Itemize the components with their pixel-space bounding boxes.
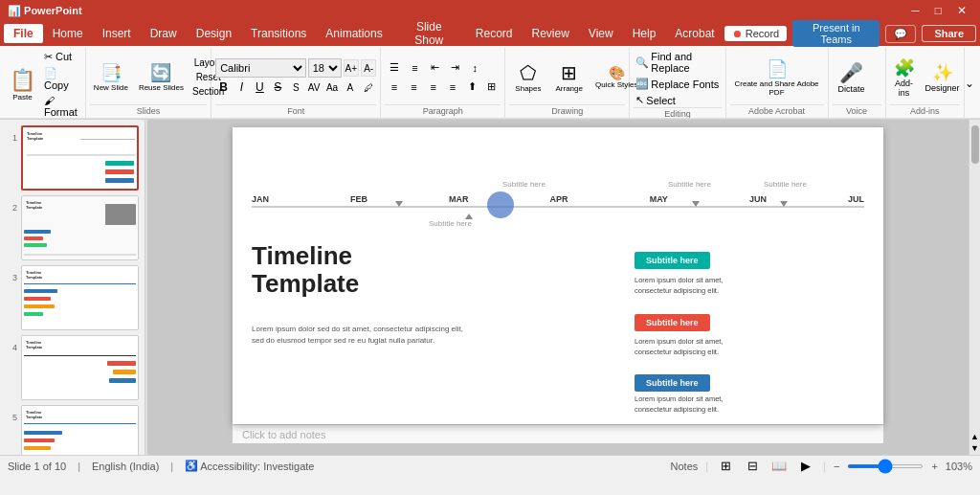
editing-label: Editing bbox=[634, 107, 721, 119]
replace-fonts-button[interactable]: 🔤 Replace Fonts bbox=[634, 77, 721, 91]
create-share-button[interactable]: 📄 Create and Share Adobe PDF bbox=[730, 56, 824, 99]
subtitle-below: Subtitle here bbox=[429, 219, 472, 228]
menu-draw[interactable]: Draw bbox=[141, 24, 187, 43]
align-center-btn[interactable]: ≡ bbox=[405, 79, 423, 96]
new-slide-button[interactable]: 📑 New Slide bbox=[90, 60, 132, 94]
month-feb: FEB bbox=[350, 194, 368, 204]
normal-view-btn[interactable]: ⊞ bbox=[716, 458, 735, 475]
shadow-btn[interactable]: S bbox=[288, 79, 304, 96]
slide-preview-3[interactable]: TimelineTemplate bbox=[21, 265, 139, 330]
font-family-select[interactable]: Calibri bbox=[215, 58, 305, 78]
scroll-up-btn[interactable]: ▲ bbox=[970, 432, 979, 441]
reading-view-btn[interactable]: 📖 bbox=[769, 458, 789, 475]
thumb-b1 bbox=[24, 230, 51, 234]
slide-preview-1[interactable]: TimelineTemplate bbox=[21, 125, 139, 191]
slide-sorter-btn[interactable]: ⊟ bbox=[743, 458, 762, 475]
record-button[interactable]: ⏺ Record bbox=[724, 26, 787, 41]
clipboard-secondary: ✂ Cut 📄 Copy 🖌 Format bbox=[41, 50, 81, 119]
menu-acrobat[interactable]: Acrobat bbox=[665, 24, 724, 43]
scroll-down-btn[interactable]: ▼ bbox=[970, 443, 979, 453]
decrease-font-btn[interactable]: A- bbox=[361, 59, 376, 77]
addins-button[interactable]: 🧩 Add-ins bbox=[890, 56, 919, 100]
align-left-btn[interactable]: ≡ bbox=[385, 79, 403, 96]
menu-insert[interactable]: Insert bbox=[93, 24, 141, 43]
drawing-group: ⬠ Shapes ⊞ Arrange 🎨 Quick Styles Drawin… bbox=[505, 48, 630, 118]
thumb-inner-2: TimelineTemplate bbox=[22, 196, 138, 259]
slide-thumb-4[interactable]: 4 TimelineTemplate bbox=[6, 335, 139, 400]
reuse-slides-button[interactable]: 🔄 Reuse Slides bbox=[135, 60, 188, 94]
bullet-list-btn[interactable]: ☰ bbox=[385, 59, 404, 77]
slideshow-btn[interactable]: ▶ bbox=[796, 458, 815, 475]
notes-btn[interactable]: Notes bbox=[671, 461, 699, 472]
right-scrollbar[interactable]: ▲ ▼ bbox=[969, 120, 980, 455]
slide-preview-4[interactable]: TimelineTemplate bbox=[21, 335, 139, 400]
shapes-button[interactable]: ⬠ Shapes bbox=[509, 59, 546, 95]
menu-home[interactable]: Home bbox=[43, 24, 93, 43]
menu-animations[interactable]: Animations bbox=[316, 24, 391, 43]
thumb-c1 bbox=[24, 431, 62, 435]
slide-panel[interactable]: 1 TimelineTemplate 2 TimelineTemplate bbox=[0, 120, 145, 455]
char-spacing-btn[interactable]: AV bbox=[306, 79, 323, 96]
bold-btn[interactable]: B bbox=[215, 79, 232, 96]
menu-transitions[interactable]: Transitions bbox=[241, 24, 316, 43]
select-icon: ↖ bbox=[635, 94, 644, 106]
comments-button[interactable]: 💬 bbox=[885, 25, 916, 43]
slide-thumb-5[interactable]: 5 TimelineTemplate bbox=[6, 405, 139, 455]
minimize-btn[interactable]: ─ bbox=[905, 4, 925, 17]
ribbon-collapse-button[interactable]: ⌄ bbox=[965, 77, 974, 90]
select-button[interactable]: ↖ Select bbox=[634, 93, 721, 107]
font-size-select[interactable]: 18 bbox=[308, 58, 342, 78]
slide-canvas[interactable]: JAN FEB MAR APR MAY JUN JUL Subtitle her… bbox=[233, 127, 883, 424]
zoom-slider[interactable] bbox=[847, 464, 924, 468]
cut-button[interactable]: ✂ Cut bbox=[41, 50, 81, 64]
slide-thumb-2[interactable]: 2 TimelineTemplate bbox=[6, 195, 139, 260]
zoom-pct: 103% bbox=[946, 461, 972, 472]
decrease-indent-btn[interactable]: ⇤ bbox=[425, 59, 444, 77]
paste-button[interactable]: 📋 Paste bbox=[6, 66, 39, 103]
status-bar: Slide 1 of 10 | English (India) | ♿ Acce… bbox=[0, 455, 980, 476]
accessibility-btn[interactable]: ♿ Accessibility: Investigate bbox=[185, 460, 314, 472]
strikethrough-btn[interactable]: S bbox=[270, 79, 286, 96]
notes-bar[interactable]: Click to add notes bbox=[233, 424, 883, 443]
info-box-red: Subtitle here bbox=[635, 314, 710, 331]
smart-art-btn[interactable]: ⊞ bbox=[482, 79, 501, 96]
menu-view[interactable]: View bbox=[579, 24, 623, 43]
thumb-tb1 bbox=[24, 289, 57, 293]
highlight-btn[interactable]: 🖊 bbox=[360, 79, 376, 96]
menu-review[interactable]: Review bbox=[523, 24, 579, 43]
close-btn[interactable]: ✕ bbox=[951, 4, 972, 17]
menu-file[interactable]: File bbox=[4, 24, 43, 43]
present-in-teams-button[interactable]: Present in Teams bbox=[792, 20, 880, 47]
menu-slideshow[interactable]: Slide Show bbox=[392, 17, 466, 50]
italic-btn[interactable]: I bbox=[234, 79, 250, 96]
numbered-list-btn[interactable]: ≡ bbox=[405, 59, 424, 77]
text-direction-btn[interactable]: ⬆ bbox=[463, 79, 481, 96]
menu-record[interactable]: Record bbox=[466, 24, 523, 43]
justify-btn[interactable]: ≡ bbox=[443, 79, 461, 96]
slide-thumb-1[interactable]: 1 TimelineTemplate bbox=[6, 125, 139, 191]
arrange-button[interactable]: ⊞ Arrange bbox=[549, 59, 588, 95]
increase-indent-btn[interactable]: ⇥ bbox=[445, 59, 464, 77]
increase-font-btn[interactable]: A+ bbox=[344, 59, 359, 77]
slide-preview-5[interactable]: TimelineTemplate bbox=[21, 405, 139, 455]
line-spacing-btn[interactable]: ↕ bbox=[465, 59, 484, 77]
menu-design[interactable]: Design bbox=[187, 24, 241, 43]
maximize-btn[interactable]: □ bbox=[929, 4, 947, 17]
align-right-btn[interactable]: ≡ bbox=[424, 79, 442, 96]
designer-button[interactable]: ✨ Designer bbox=[922, 60, 964, 95]
menu-help[interactable]: Help bbox=[623, 24, 666, 43]
underline-btn[interactable]: U bbox=[252, 79, 268, 96]
copy-button[interactable]: 📄 Copy bbox=[41, 66, 81, 92]
dictate-button[interactable]: 🎤 Dictate bbox=[833, 59, 871, 96]
thumb-title-4: TimelineTemplate bbox=[26, 340, 42, 349]
format-painter-button[interactable]: 🖌 Format bbox=[41, 94, 81, 119]
find-replace-button[interactable]: 🔍 Find and Replace bbox=[634, 50, 721, 75]
slide-thumb-3[interactable]: 3 TimelineTemplate bbox=[6, 265, 139, 330]
voice-label: Voice bbox=[833, 104, 881, 116]
font-color-btn[interactable]: A bbox=[343, 79, 359, 96]
share-button[interactable]: Share bbox=[922, 25, 976, 42]
slide-preview-2[interactable]: TimelineTemplate bbox=[21, 195, 139, 260]
paragraph-controls: ☰ ≡ ⇤ ⇥ ↕ ≡ ≡ ≡ ≡ ⬆ ⊞ bbox=[385, 50, 501, 104]
scroll-thumb[interactable] bbox=[971, 125, 979, 164]
font-case-btn[interactable]: Aa bbox=[324, 79, 341, 96]
